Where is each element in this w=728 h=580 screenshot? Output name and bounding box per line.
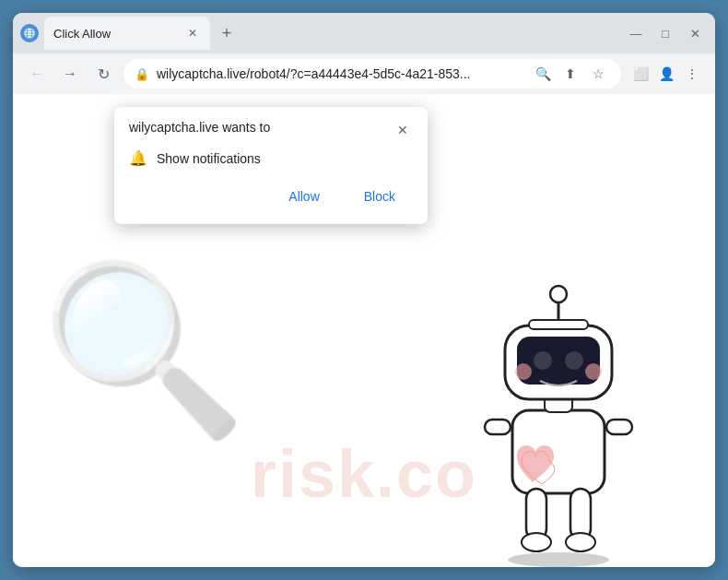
url-bar[interactable]: 🔒 wilycaptcha.live/robot4/?c=a44443e4-5d…	[123, 59, 621, 89]
popup-title: wilycaptcha.live wants to	[129, 120, 270, 135]
svg-point-20	[515, 363, 532, 380]
svg-point-19	[565, 351, 583, 370]
allow-button[interactable]: Allow	[271, 182, 336, 211]
tab-close-button[interactable]: ✕	[184, 25, 201, 41]
svg-point-11	[522, 533, 551, 551]
svg-rect-7	[485, 420, 511, 434]
block-button[interactable]: Block	[346, 182, 413, 211]
menu-button[interactable]: ⋮	[680, 62, 704, 86]
svg-point-18	[534, 351, 552, 370]
browser-icon	[20, 24, 39, 42]
popup-buttons: Allow Block	[129, 182, 413, 211]
minimize-button[interactable]: —	[623, 20, 649, 46]
share-icon[interactable]: ⬆	[558, 62, 582, 86]
toolbar-buttons: ⬜ 👤 ⋮	[628, 62, 704, 86]
sidebar-icon[interactable]: ⬜	[628, 62, 652, 86]
svg-rect-10	[570, 489, 591, 539]
watermark-text: risk.co	[251, 436, 477, 512]
popup-close-button[interactable]: ✕	[393, 120, 413, 140]
forward-button[interactable]: →	[57, 61, 83, 87]
reload-button[interactable]: ↻	[90, 61, 116, 87]
title-bar: Click Allow ✕ + — □ ✕	[13, 13, 715, 53]
new-tab-button[interactable]: +	[214, 20, 240, 46]
bookmark-icon[interactable]: ☆	[586, 62, 610, 86]
profile-icon[interactable]: 👤	[654, 62, 678, 86]
notification-popup: wilycaptcha.live wants to ✕ 🔔 Show notif…	[114, 107, 428, 224]
svg-rect-8	[606, 420, 632, 434]
popup-notification-row: 🔔 Show notifications	[129, 149, 413, 167]
bell-icon: 🔔	[129, 149, 147, 167]
url-text: wilycaptcha.live/robot4/?c=a44443e4-5d5c…	[157, 66, 523, 81]
maximize-button[interactable]: □	[652, 20, 678, 46]
back-button[interactable]: ←	[24, 61, 50, 87]
browser-content: 🔍 risk.co OU wilycaptcha.live wants to ✕…	[13, 94, 715, 567]
robot-illustration	[457, 254, 660, 567]
tab-title: Click Allow	[53, 27, 177, 41]
svg-point-21	[585, 363, 602, 380]
browser-window: Click Allow ✕ + — □ ✕ ← → ↻ 🔒 wilycaptch…	[13, 13, 715, 567]
lock-icon: 🔒	[135, 67, 149, 81]
svg-point-23	[550, 286, 567, 302]
popup-header: wilycaptcha.live wants to ✕	[129, 120, 413, 140]
address-bar: ← → ↻ 🔒 wilycaptcha.live/robot4/?c=a4444…	[13, 53, 715, 94]
popup-notification-label: Show notifications	[157, 151, 261, 166]
svg-rect-24	[529, 320, 588, 329]
svg-point-12	[566, 533, 595, 551]
tab-bar: Click Allow ✕ +	[44, 17, 617, 50]
url-actions: 🔍 ⬆ ☆	[531, 62, 610, 86]
search-icon[interactable]: 🔍	[531, 62, 555, 86]
svg-rect-9	[526, 489, 546, 539]
close-button[interactable]: ✕	[682, 20, 708, 46]
window-controls: — □ ✕	[623, 20, 708, 46]
magnifier-watermark: 🔍	[41, 253, 248, 448]
svg-point-5	[508, 552, 609, 567]
active-tab[interactable]: Click Allow ✕	[44, 17, 210, 50]
